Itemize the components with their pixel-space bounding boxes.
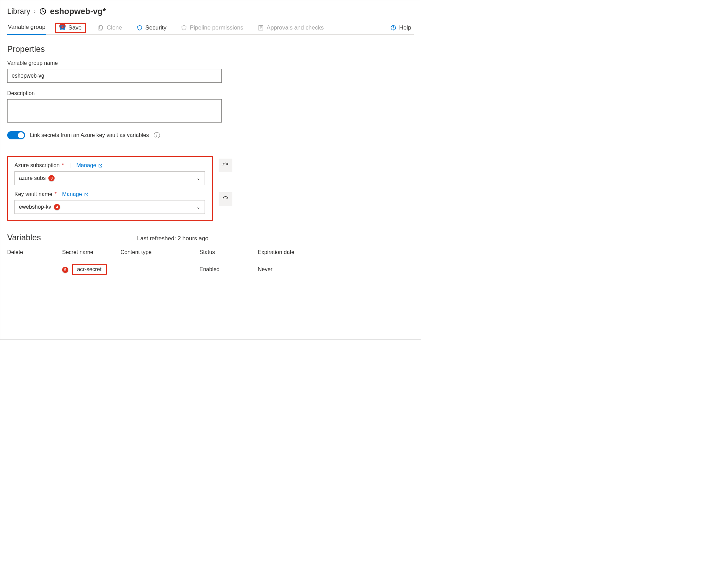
breadcrumb-title: eshopweb-vg* xyxy=(50,7,106,16)
save-button[interactable]: Save xyxy=(55,23,86,33)
approvals-button: Approvals and checks xyxy=(255,22,326,33)
save-label: Save xyxy=(68,24,82,31)
col-ctype: Content type xyxy=(120,249,199,255)
step-badge-4: 4 xyxy=(54,204,60,210)
col-delete: Delete xyxy=(7,249,62,255)
chevron-down-icon: ⌄ xyxy=(196,175,200,181)
col-secret: Secret name xyxy=(62,249,120,255)
pipeline-permissions-button: Pipeline permissions xyxy=(178,22,246,33)
description-label: Description xyxy=(7,90,414,96)
clone-button: Clone xyxy=(95,22,125,33)
variables-heading: Variables xyxy=(7,233,41,242)
help-icon xyxy=(390,25,396,31)
svg-point-1 xyxy=(43,9,43,9)
step-badge-3: 3 xyxy=(48,175,55,181)
col-exp: Expiration date xyxy=(258,249,316,255)
clone-icon xyxy=(98,25,104,31)
properties-heading: Properties xyxy=(7,44,414,54)
security-button[interactable]: Security xyxy=(134,22,169,33)
info-icon[interactable]: i xyxy=(154,132,160,138)
help-button[interactable]: Help xyxy=(388,22,414,33)
step-badge-5: 5 xyxy=(62,267,68,273)
keyvault-dropdown[interactable]: ewebshop-kv 4 ⌄ xyxy=(14,200,205,214)
toolbar: Variable group Save Clone Security Pipel… xyxy=(7,20,414,35)
breadcrumb: Library › eshopweb-vg* xyxy=(7,4,414,20)
approvals-label: Approvals and checks xyxy=(267,24,324,31)
keyvault-refresh-button[interactable] xyxy=(219,192,232,206)
keyvault-label: Key vault name * xyxy=(14,191,57,197)
toggle-label: Link secrets from an Azure key vault as … xyxy=(30,132,149,138)
breadcrumb-root[interactable]: Library xyxy=(7,7,30,16)
subscription-dropdown[interactable]: azure subs 3 ⌄ xyxy=(14,171,205,185)
secret-name-cell[interactable]: acr-secret xyxy=(72,264,106,275)
chevron-down-icon: ⌄ xyxy=(196,204,200,210)
col-status: Status xyxy=(199,249,258,255)
subscription-manage-link[interactable]: Manage xyxy=(76,162,103,169)
shield-outline-icon xyxy=(181,25,187,31)
checklist-icon xyxy=(258,25,264,31)
name-label: Variable group name xyxy=(7,60,414,66)
shield-icon xyxy=(137,25,143,31)
table-row: 5 acr-secret Enabled Never xyxy=(7,259,316,280)
variable-group-name-input[interactable] xyxy=(7,69,222,83)
subscription-refresh-button[interactable] xyxy=(219,159,232,172)
clone-label: Clone xyxy=(107,24,122,31)
keyvault-manage-link[interactable]: Manage xyxy=(62,191,89,197)
last-refreshed: Last refreshed: 2 hours ago xyxy=(137,235,208,242)
expiration-cell: Never xyxy=(258,266,316,273)
variable-group-icon xyxy=(39,8,47,15)
status-cell: Enabled xyxy=(199,266,258,273)
subscription-label: Azure subscription * xyxy=(14,162,64,169)
pipeline-label: Pipeline permissions xyxy=(190,24,243,31)
save-icon xyxy=(59,25,66,31)
help-label: Help xyxy=(399,24,411,31)
azure-settings-box: Azure subscription * | Manage azure subs… xyxy=(7,156,213,221)
description-input[interactable] xyxy=(7,99,222,123)
variables-table: Delete Secret name Content type Status E… xyxy=(7,249,316,280)
tab-variable-group[interactable]: Variable group xyxy=(7,21,46,35)
chevron-right-icon: › xyxy=(34,8,35,14)
svg-point-4 xyxy=(393,29,393,29)
link-keyvault-toggle[interactable] xyxy=(7,131,25,139)
security-label: Security xyxy=(146,24,166,31)
